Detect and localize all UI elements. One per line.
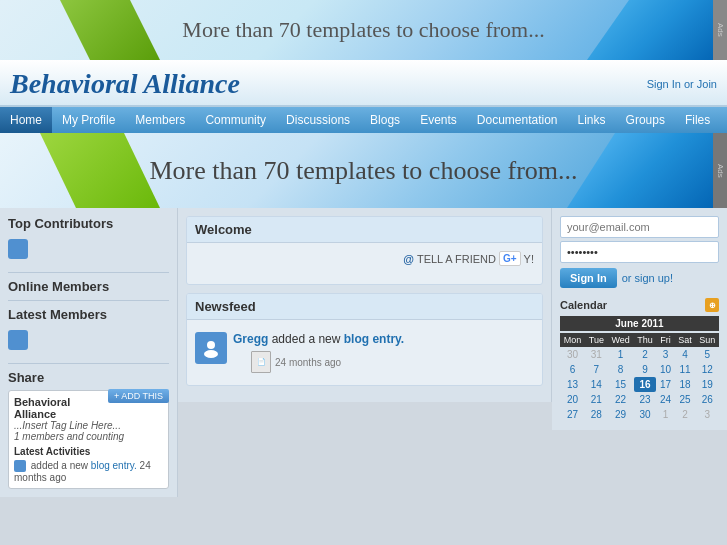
newsfeed-user-link[interactable]: Gregg (233, 332, 268, 346)
yahoo-icon[interactable]: Y! (524, 253, 534, 265)
welcome-header: Welcome (187, 217, 542, 243)
calendar-day[interactable]: 12 (695, 362, 719, 377)
nav-community[interactable]: Community (195, 107, 276, 133)
newsfeed-text: Gregg added a new blog entry. (233, 332, 404, 346)
calendar-day[interactable]: 1 (608, 347, 634, 362)
main-layout: Top Contributors Online Members Latest M… (0, 208, 727, 508)
welcome-box: Welcome @ TELL A FRIEND G+ Y! (186, 216, 543, 285)
site-header: Behavioral Alliance Sign In or Join (0, 60, 727, 107)
calendar-day[interactable]: 19 (695, 377, 719, 392)
banner-top-text: More than 70 templates to choose from... (182, 17, 544, 43)
site-title: Behavioral Alliance (10, 68, 240, 100)
cal-wed: Wed (608, 333, 634, 347)
add-this-button[interactable]: + ADD THIS (108, 389, 169, 403)
calendar-day[interactable]: 17 (656, 377, 674, 392)
latest-members-title: Latest Members (8, 307, 169, 322)
header-links[interactable]: Sign In or Join (647, 78, 717, 90)
sign-up-link[interactable]: or sign up! (622, 272, 673, 284)
calendar-day[interactable]: 8 (608, 362, 634, 377)
newsfeed-body: Gregg added a new blog entry. 📄 24 month… (187, 320, 542, 385)
google-btn[interactable]: G+ (499, 251, 521, 266)
newsfeed-avatar[interactable] (195, 332, 227, 364)
calendar-day[interactable]: 14 (585, 377, 608, 392)
nav-discussions[interactable]: Discussions (276, 107, 360, 133)
calendar-day[interactable]: 30 (634, 407, 657, 422)
nav-blogs[interactable]: Blogs (360, 107, 410, 133)
nav-links[interactable]: Links (568, 107, 616, 133)
calendar-row: 27282930123 (560, 407, 719, 422)
calendar-day[interactable]: 26 (695, 392, 719, 407)
banner-side-label: Ads (713, 0, 727, 60)
nav-files[interactable]: Files (675, 107, 720, 133)
rss-icon[interactable]: ⊕ (705, 298, 719, 312)
latest-activities-subtitle: Latest Activities (14, 446, 163, 457)
newsfeed-box: Newsfeed Gregg added a new blog (186, 293, 543, 386)
contributor-avatar[interactable] (8, 239, 28, 259)
nav-home[interactable]: Home (0, 107, 52, 133)
banner-ad-top: More than 70 templates to choose from...… (0, 0, 727, 60)
calendar-header-row: Mon Tue Wed Thu Fri Sat Sun (560, 333, 719, 347)
calendar-day[interactable]: 9 (634, 362, 657, 377)
calendar-day[interactable]: 5 (695, 347, 719, 362)
cal-sat: Sat (675, 333, 696, 347)
calendar-day[interactable]: 20 (560, 392, 585, 407)
calendar-day[interactable]: 7 (585, 362, 608, 377)
password-input[interactable] (560, 241, 719, 263)
login-row: Sign In or sign up! (560, 268, 719, 288)
calendar-day[interactable]: 21 (585, 392, 608, 407)
calendar-day[interactable]: 29 (608, 407, 634, 422)
blog-doc-icon: 📄 (251, 351, 271, 373)
calendar-month-bar: June 2011 (560, 316, 719, 331)
nav-events[interactable]: Events (410, 107, 467, 133)
calendar-day[interactable]: 15 (608, 377, 634, 392)
calendar-row: 13141516171819 (560, 377, 719, 392)
newsfeed-meta: 24 months ago (275, 357, 341, 368)
share-box-tagline: ...Insert Tag Line Here... (14, 420, 163, 431)
calendar-day[interactable]: 3 (656, 347, 674, 362)
activity-link[interactable]: blog entry. (91, 460, 137, 471)
sign-in-button[interactable]: Sign In (560, 268, 617, 288)
divider-2 (8, 300, 169, 301)
online-members-title: Online Members (8, 279, 169, 294)
share-title: Share (8, 370, 169, 385)
welcome-body: @ TELL A FRIEND G+ Y! (187, 243, 542, 284)
latest-member-avatar[interactable] (8, 330, 28, 350)
tell-a-friend[interactable]: @ TELL A FRIEND G+ Y! (403, 251, 534, 266)
newsfeed-blog-link[interactable]: blog entry. (344, 332, 404, 346)
email-input[interactable] (560, 216, 719, 238)
calendar-day[interactable]: 6 (560, 362, 585, 377)
newsfeed-item: Gregg added a new blog entry. 📄 24 month… (195, 328, 534, 377)
calendar-day[interactable]: 13 (560, 377, 585, 392)
banner-blue-shape (587, 0, 727, 60)
calendar-day[interactable]: 23 (634, 392, 657, 407)
sign-in-link[interactable]: Sign In or Join (647, 78, 717, 90)
at-icon: @ (403, 253, 414, 265)
cal-tue: Tue (585, 333, 608, 347)
calendar-day[interactable]: 24 (656, 392, 674, 407)
calendar-day[interactable]: 27 (560, 407, 585, 422)
calendar-day[interactable]: 25 (675, 392, 696, 407)
calendar-day[interactable]: 10 (656, 362, 674, 377)
nav-myprofile[interactable]: My Profile (52, 107, 125, 133)
left-sidebar: Top Contributors Online Members Latest M… (0, 208, 178, 497)
top-contributors-title: Top Contributors (8, 216, 169, 231)
calendar-day[interactable]: 2 (634, 347, 657, 362)
calendar-day[interactable]: 22 (608, 392, 634, 407)
divider-3 (8, 363, 169, 364)
calendar-day: 2 (675, 407, 696, 422)
calendar-day[interactable]: 4 (675, 347, 696, 362)
banner2-green-shape (40, 133, 160, 208)
calendar-day[interactable]: 18 (675, 377, 696, 392)
calendar-day[interactable]: 28 (585, 407, 608, 422)
calendar-title: Calendar (560, 299, 607, 311)
calendar-day[interactable]: 11 (675, 362, 696, 377)
tell-a-friend-label: TELL A FRIEND (417, 253, 496, 265)
calendar-row: 6789101112 (560, 362, 719, 377)
nav-documentation[interactable]: Documentation (467, 107, 568, 133)
login-box: Sign In or sign up! (560, 216, 719, 288)
divider-1 (8, 272, 169, 273)
nav-contact[interactable]: Contact (720, 107, 727, 133)
nav-members[interactable]: Members (125, 107, 195, 133)
nav-groups[interactable]: Groups (616, 107, 675, 133)
activity-item: added a new blog entry. 24 months ago (14, 460, 163, 483)
